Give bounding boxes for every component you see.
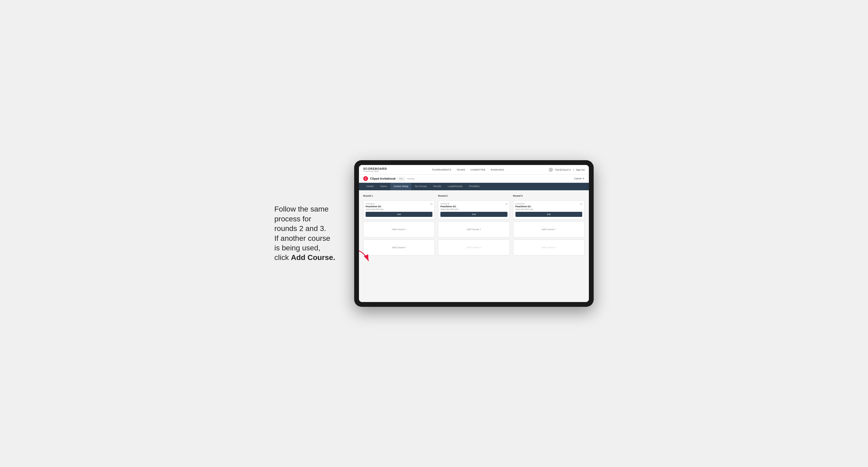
clippd-logo: C: [363, 176, 368, 181]
round-3-edit-button[interactable]: Edit: [516, 212, 582, 217]
tournament-type-badge: Men: [398, 177, 405, 180]
tablet-screen: SCOREBOARD Powered by clippd TOURNAMENTS…: [359, 165, 589, 302]
round-3-course-name: Peachtree GC: [516, 205, 533, 208]
cancel-icon: ✕: [583, 177, 585, 180]
main-nav: TOURNAMENTS TEAMS COMMITTEE RANKINGS: [432, 168, 504, 171]
logo-area: SCOREBOARD Powered by clippd: [363, 167, 387, 172]
round-1-course-info: (Course A) Peachtree GC Yellow (M) (6629…: [366, 203, 383, 210]
tab-results[interactable]: Results: [430, 183, 445, 190]
nav-tournaments[interactable]: TOURNAMENTS: [432, 168, 451, 171]
round-2-course-card: (Course A) Peachtree GC Yellow (M) (6629…: [438, 200, 509, 219]
user-avatar: [549, 168, 553, 172]
round-1-remove-button[interactable]: ⊡: [430, 203, 432, 206]
tab-course-setup[interactable]: Course Setup: [390, 183, 411, 190]
round-2-add-course-1[interactable]: Add Course +: [438, 221, 509, 237]
cancel-label: Cancel: [574, 177, 581, 180]
round-3-remove-button[interactable]: ⊡: [580, 203, 582, 206]
round-1-add-course-1-label: Add Course +: [392, 228, 406, 231]
instruction-line2: process for: [274, 215, 311, 223]
round-2-column: Round 2 (Course A) Peachtree GC Yellow (…: [438, 194, 509, 255]
tab-details[interactable]: Details: [363, 183, 377, 190]
nav-committee[interactable]: COMMITTEE: [470, 168, 486, 171]
round-3-course-card: (Course A) Peachtree GC Yellow (M) (6629…: [513, 200, 585, 219]
round-1-add-course-2[interactable]: Add Course +: [363, 240, 435, 255]
round-2-remove-button[interactable]: ⊡: [505, 203, 507, 206]
round-3-add-course-1-label: Add Course +: [541, 228, 556, 231]
tab-leaderboards[interactable]: Leaderboards: [445, 183, 466, 190]
round-3-course-details: Yellow (M) (6629 yds): [516, 208, 533, 210]
sign-out-link[interactable]: Sign out: [576, 168, 585, 171]
instruction-line3: rounds 2 and 3.: [274, 224, 326, 232]
instruction-line6: click: [274, 253, 291, 261]
round-3-add-course-2-label: Add Course +: [541, 246, 556, 249]
rounds-grid: Round 1 (Course A) Peachtree GC Yellow (…: [363, 194, 585, 255]
round-3-add-course-1[interactable]: Add Course +: [513, 221, 585, 237]
round-3-add-course-2[interactable]: Add Course +: [513, 240, 585, 255]
round-1-course-details: Yellow (M) (6629 yds): [366, 208, 383, 210]
scoreboard-logo: SCOREBOARD: [363, 167, 387, 170]
user-area: blair@clippd.io | Sign out: [549, 168, 585, 172]
tab-tee-groups[interactable]: Tee Groups: [411, 183, 430, 190]
round-3-course-label: (Course A): [516, 203, 533, 205]
round-1-column: Round 1 (Course A) Peachtree GC Yellow (…: [363, 194, 435, 255]
instruction-line4: If another course: [274, 234, 330, 242]
nav-rankings[interactable]: RANKINGS: [491, 168, 504, 171]
tablet-frame: SCOREBOARD Powered by clippd TOURNAMENTS…: [354, 160, 594, 307]
round-2-course-name: Peachtree GC: [440, 205, 458, 208]
round-3-column: Round 3 (Course A) Peachtree GC Yellow (…: [513, 194, 585, 255]
round-3-course-info: (Course A) Peachtree GC Yellow (M) (6629…: [516, 203, 533, 210]
round-1-card-header: (Course A) Peachtree GC Yellow (M) (6629…: [366, 203, 432, 210]
instruction-panel: Follow the same process for rounds 2 and…: [274, 205, 344, 262]
round-2-title: Round 2: [438, 194, 509, 197]
round-2-course-label: (Course A): [440, 203, 458, 205]
cancel-button[interactable]: Cancel ✕: [574, 177, 585, 180]
tab-bar: Details Teams Course Setup Tee Groups Re…: [359, 183, 589, 190]
tournament-name: Clippd Invitational: [370, 177, 395, 180]
hosting-badge: Hosting: [407, 178, 414, 180]
round-2-course-info: (Course A) Peachtree GC Yellow (M) (6629…: [440, 203, 458, 210]
round-2-add-course-2-label: Add Course +: [466, 246, 481, 249]
round-1-add-course-1[interactable]: Add Course +: [363, 221, 435, 237]
round-3-card-header: (Course A) Peachtree GC Yellow (M) (6629…: [516, 203, 582, 210]
top-nav: SCOREBOARD Powered by clippd TOURNAMENTS…: [359, 165, 589, 175]
round-3-title: Round 3: [513, 194, 585, 197]
nav-teams[interactable]: TEAMS: [456, 168, 465, 171]
tournament-info: C Clippd Invitational Men Hosting: [363, 176, 414, 181]
round-1-course-card: (Course A) Peachtree GC Yellow (M) (6629…: [363, 200, 435, 219]
user-email: blair@clippd.io: [555, 168, 571, 171]
powered-by: Powered by clippd: [363, 170, 387, 172]
round-1-title: Round 1: [363, 194, 435, 197]
instruction-line1: Follow the same: [274, 205, 329, 213]
round-2-add-course-1-label: Add Course +: [466, 228, 481, 231]
round-2-edit-button[interactable]: Edit: [440, 212, 507, 217]
instruction-line5: is being used,: [274, 244, 320, 252]
main-content: Round 1 (Course A) Peachtree GC Yellow (…: [359, 190, 589, 302]
tab-printables[interactable]: Printables: [466, 183, 483, 190]
divider: |: [573, 168, 574, 171]
round-2-add-course-2[interactable]: Add Course +: [438, 240, 509, 255]
round-1-add-course-2-label: Add Course +: [392, 246, 406, 249]
round-1-course-label: (Course A): [366, 203, 383, 205]
instruction-bold: Add Course.: [291, 253, 335, 261]
round-1-edit-button[interactable]: Edit: [366, 212, 432, 217]
round-1-course-name: Peachtree GC: [366, 205, 383, 208]
sub-header: C Clippd Invitational Men Hosting Cancel…: [359, 175, 589, 183]
page-wrapper: Follow the same process for rounds 2 and…: [274, 160, 594, 307]
tab-teams[interactable]: Teams: [377, 183, 391, 190]
round-2-course-details: Yellow (M) (6629 yds): [440, 208, 458, 210]
round-2-card-header: (Course A) Peachtree GC Yellow (M) (6629…: [440, 203, 507, 210]
